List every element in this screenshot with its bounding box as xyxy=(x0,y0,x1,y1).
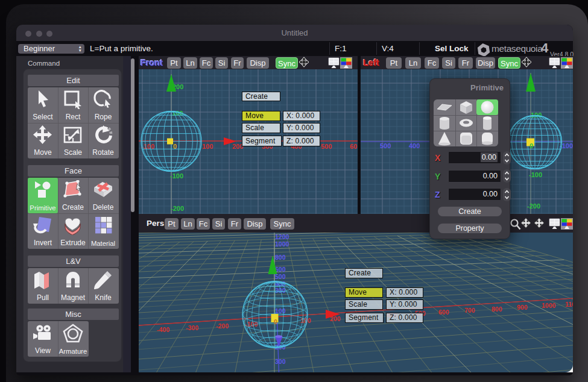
svg-text:100: 100 xyxy=(275,307,286,315)
svg-text:-200: -200 xyxy=(216,322,229,330)
svg-text:0: 0 xyxy=(530,142,533,149)
svg-text:300: 300 xyxy=(275,358,286,365)
svg-text:1100: 1100 xyxy=(565,301,573,308)
svg-text:800: 800 xyxy=(492,305,502,313)
svg-text:0: 0 xyxy=(274,318,277,325)
svg-text:-100: -100 xyxy=(529,171,542,178)
svg-text:1200: 1200 xyxy=(275,233,289,240)
svg-text:600: 600 xyxy=(438,308,449,316)
svg-text:600: 600 xyxy=(350,143,358,150)
svg-text:800: 800 xyxy=(275,254,286,261)
svg-text:900: 900 xyxy=(517,304,528,311)
svg-text:-100: -100 xyxy=(170,172,183,180)
svg-text:700: 700 xyxy=(464,307,475,314)
svg-text:500: 500 xyxy=(380,142,391,149)
svg-text:-300: -300 xyxy=(186,324,198,331)
svg-text:300: 300 xyxy=(275,287,286,294)
svg-text:600: 600 xyxy=(275,266,286,273)
svg-text:-400: -400 xyxy=(157,326,169,333)
svg-text:400: 400 xyxy=(409,142,420,149)
svg-text:1000: 1000 xyxy=(275,240,289,248)
svg-text:100: 100 xyxy=(202,143,213,150)
svg-text:-200: -200 xyxy=(171,205,184,212)
svg-text:500: 500 xyxy=(321,143,332,150)
svg-text:-200: -200 xyxy=(527,202,540,210)
svg-text:1000: 1000 xyxy=(542,302,556,309)
